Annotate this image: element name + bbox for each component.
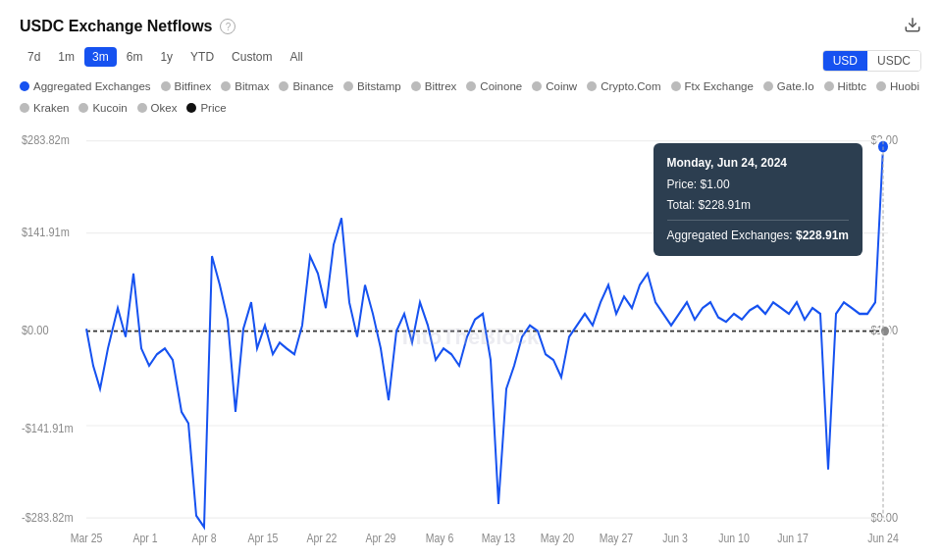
time-btn-6m[interactable]: 6m <box>119 47 151 67</box>
chart-area: IntoTheBlock Monday, Jun 24, 2024 Price:… <box>20 124 921 550</box>
legend-label-coinone: Coinone <box>480 80 522 92</box>
legend-item-bitfinex: Bitfinex <box>161 80 212 92</box>
time-controls: 7d 1m 3m 6m 1y YTD Custom All <box>20 47 311 67</box>
legend-item-kucoin: Kucoin <box>78 102 127 114</box>
legend-item-bitmax: Bitmax <box>221 80 269 92</box>
legend-label-kraken: Kraken <box>33 102 69 114</box>
y-label-top: $283.82m <box>22 132 70 147</box>
legend-dot-bitmax <box>221 81 231 91</box>
legend-item-okex: Okex <box>137 102 178 114</box>
x-label-may13: May 13 <box>482 532 515 544</box>
x-label-apr1: Apr 1 <box>132 532 157 544</box>
legend-label-bitmax: Bitmax <box>235 80 269 92</box>
legend-dot-coinone <box>466 81 476 91</box>
legend-label-hitbtc: Hitbtc <box>838 80 866 92</box>
y-label-2: $141.91m <box>22 225 70 239</box>
legend-item-kraken: Kraken <box>20 102 69 114</box>
currency-btn-usd[interactable]: USD <box>823 51 867 71</box>
legend-item-coinw: Coinw <box>532 80 577 92</box>
legend-label-okex: Okex <box>151 102 178 114</box>
legend-item-binance: Binance <box>279 80 334 92</box>
legend-item-bittrex: Bittrex <box>411 80 457 92</box>
legend-item-gateio: Gate.Io <box>763 80 814 92</box>
help-icon[interactable]: ? <box>220 19 235 34</box>
legend-item-aggregated: Aggregated Exchanges <box>20 80 151 92</box>
legend-dot-huobi <box>876 81 886 91</box>
legend-item-huobi: Huobi <box>876 80 919 92</box>
time-btn-1m[interactable]: 1m <box>50 47 82 67</box>
legend-label-cryptocom: Crypto.Com <box>601 80 660 92</box>
download-icon[interactable] <box>904 16 921 37</box>
x-label-jun24: Jun 24 <box>867 532 899 544</box>
x-label-apr15: Apr 15 <box>248 532 279 544</box>
time-btn-custom[interactable]: Custom <box>224 47 280 67</box>
legend-dot-kraken <box>20 103 29 113</box>
time-btn-all[interactable]: All <box>282 47 310 67</box>
x-label-jun3: Jun 3 <box>662 532 688 544</box>
legend-label-price: Price <box>200 102 226 114</box>
chart-svg: $283.82m $141.91m $0.00 -$141.91m -$283.… <box>20 124 921 550</box>
currency-btn-usdc[interactable]: USDC <box>867 51 920 71</box>
time-btn-1y[interactable]: 1y <box>152 47 181 67</box>
legend-label-ftx: Ftx Exchange <box>685 80 754 92</box>
y-label-right-bot: $0.00 <box>870 510 898 525</box>
price-dot <box>880 326 890 337</box>
legend-item-ftx: Ftx Exchange <box>671 80 754 92</box>
y-label-zero: $0.00 <box>22 323 49 337</box>
x-label-mar25: Mar 25 <box>71 532 103 544</box>
legend-label-gateio: Gate.Io <box>777 80 814 92</box>
legend-label-bitstamp: Bitstamp <box>357 80 401 92</box>
time-btn-7d[interactable]: 7d <box>20 47 48 67</box>
legend-dot-gateio <box>763 81 773 91</box>
legend: Aggregated Exchanges Bitfinex Bitmax Bin… <box>20 80 921 114</box>
legend-item-cryptocom: Crypto.Com <box>587 80 660 92</box>
x-label-jun10: Jun 10 <box>718 532 749 544</box>
time-btn-3m[interactable]: 3m <box>84 47 117 67</box>
legend-dot-hitbtc <box>824 81 834 91</box>
legend-label-binance: Binance <box>292 80 334 92</box>
legend-item-bitstamp: Bitstamp <box>343 80 401 92</box>
legend-dot-okex <box>137 103 147 113</box>
legend-label-aggregated: Aggregated Exchanges <box>33 80 151 92</box>
x-label-jun17: Jun 17 <box>777 532 808 544</box>
page-title: USDC Exchange Netflows <box>20 18 212 35</box>
legend-item-hitbtc: Hitbtc <box>824 80 866 92</box>
y-label-neg1: -$141.91m <box>22 421 74 435</box>
x-label-may20: May 20 <box>541 532 574 544</box>
legend-dot-aggregated <box>20 81 29 91</box>
legend-label-huobi: Huobi <box>890 80 919 92</box>
currency-toggle: USD USDC <box>822 50 921 72</box>
x-label-may6: May 6 <box>426 532 454 544</box>
y-label-neg2: -$283.82m <box>22 510 74 525</box>
legend-label-coinw: Coinw <box>546 80 577 92</box>
legend-label-kucoin: Kucoin <box>92 102 127 114</box>
legend-dot-ftx <box>671 81 681 91</box>
legend-label-bittrex: Bittrex <box>425 80 457 92</box>
legend-dot-bitstamp <box>343 81 353 91</box>
legend-dot-bitfinex <box>161 81 171 91</box>
x-label-may27: May 27 <box>600 532 633 544</box>
legend-dot-kucoin <box>78 103 88 113</box>
legend-dot-binance <box>279 81 288 91</box>
legend-dot-bittrex <box>411 81 421 91</box>
legend-label-bitfinex: Bitfinex <box>175 80 212 92</box>
legend-item-coinone: Coinone <box>466 80 522 92</box>
x-label-apr29: Apr 29 <box>366 532 396 544</box>
legend-dot-cryptocom <box>587 81 597 91</box>
legend-dot-coinw <box>532 81 542 91</box>
legend-dot-price <box>186 103 196 113</box>
x-label-apr8: Apr 8 <box>191 532 216 544</box>
legend-item-price: Price <box>186 102 226 114</box>
time-btn-ytd[interactable]: YTD <box>183 47 222 67</box>
x-label-apr22: Apr 22 <box>307 532 338 544</box>
netflow-line <box>86 147 883 528</box>
